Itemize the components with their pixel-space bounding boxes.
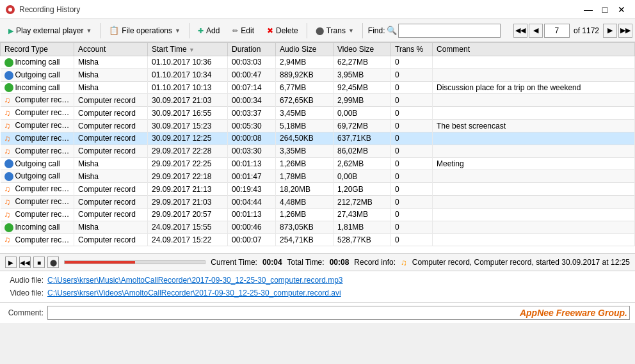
table-row[interactable]: ♫Computer record Computer record 24.09.2… xyxy=(1,233,635,246)
cell-audio-size: 889,92KB xyxy=(276,68,334,81)
play-label: Play external player xyxy=(16,26,83,35)
table-header: Record Type Account Start Time ▼ Duratio… xyxy=(1,43,635,56)
cell-start-time: 30.09.2017 15:23 xyxy=(148,120,228,132)
play-button[interactable]: Play external player ▼ xyxy=(3,22,97,40)
table-row[interactable]: Outgoing call Misha 29.09.2017 22:25 00:… xyxy=(1,157,635,170)
col-comment[interactable]: Comment xyxy=(433,43,635,56)
cell-duration: 00:00:46 xyxy=(228,221,276,233)
file-ops-button[interactable]: 📋 File operations ▼ xyxy=(103,22,186,40)
cell-video-size: 69,72MB xyxy=(334,120,391,132)
table-row[interactable]: ♫Computer record Computer record 30.09.2… xyxy=(1,120,635,132)
total-time-label: Total Time: xyxy=(287,258,325,267)
table-row[interactable]: ♫Computer record Computer record 30.09.2… xyxy=(1,94,635,107)
playback-controls: ▶ ◀◀ ■ ⬤ xyxy=(5,257,59,268)
cell-record-type: ♫Computer record xyxy=(1,196,74,209)
records-table-container[interactable]: Record Type Account Start Time ▼ Duratio… xyxy=(0,42,635,253)
video-file-link[interactable]: C:\Users\krser\Videos\AmoltoCallRecorder… xyxy=(47,289,341,297)
add-icon xyxy=(198,26,204,35)
cell-start-time: 30.09.2017 12:25 xyxy=(148,132,228,145)
table-row[interactable]: Incoming call Misha 01.10.2017 10:13 00:… xyxy=(1,81,635,94)
cell-trans: 0 xyxy=(391,68,433,81)
cell-start-time: 24.09.2017 15:55 xyxy=(148,221,228,233)
page-input[interactable] xyxy=(544,24,570,38)
play-icon xyxy=(8,26,13,35)
cell-record-type: Outgoing call xyxy=(1,170,74,183)
cell-start-time: 30.09.2017 16:55 xyxy=(148,107,228,120)
find-input[interactable] xyxy=(398,24,501,38)
cell-video-size: 637,71KB xyxy=(334,132,391,145)
table-row[interactable]: ♫Computer record Computer record 29.09.2… xyxy=(1,145,635,157)
playback-pause-button[interactable]: ■ xyxy=(33,257,45,268)
cell-start-time: 29.09.2017 21:03 xyxy=(148,196,228,209)
nav-prev-button[interactable]: ◀ xyxy=(529,24,543,38)
playback-record-button[interactable]: ⬤ xyxy=(47,257,59,268)
maximize-button[interactable]: □ xyxy=(597,3,613,16)
table-row[interactable]: ♫Computer record Computer record 30.09.2… xyxy=(1,132,635,145)
col-account[interactable]: Account xyxy=(74,43,148,56)
cell-video-size: 212,72MB xyxy=(334,196,391,209)
cell-start-time: 30.09.2017 21:03 xyxy=(148,94,228,107)
close-button[interactable]: ✕ xyxy=(613,3,630,16)
computer-icon: ♫ xyxy=(4,210,13,219)
cell-record-type: Incoming call xyxy=(1,81,74,94)
title-bar: Recording History — □ ✕ xyxy=(0,0,635,19)
cell-account: Misha xyxy=(74,68,148,81)
nav-last-button[interactable]: ▶▶ xyxy=(618,24,632,38)
col-video-size[interactable]: Video Size xyxy=(334,43,391,56)
edit-button[interactable]: Edit xyxy=(227,22,260,40)
computer-icon: ♫ xyxy=(4,198,13,207)
col-record-type[interactable]: Record Type xyxy=(1,43,74,56)
music-icon: ♫ xyxy=(401,258,407,267)
col-start-time[interactable]: Start Time ▼ xyxy=(148,43,228,56)
minimize-button[interactable]: — xyxy=(580,3,597,16)
col-audio-size[interactable]: Audio Size xyxy=(276,43,334,56)
nav-first-button[interactable]: ◀◀ xyxy=(513,24,527,38)
table-row[interactable]: Incoming call Misha 01.10.2017 10:36 00:… xyxy=(1,56,635,69)
cell-start-time: 24.09.2017 15:22 xyxy=(148,233,228,246)
play-dropdown-arrow: ▼ xyxy=(86,28,92,34)
records-table: Record Type Account Start Time ▼ Duratio… xyxy=(0,42,635,246)
audio-file-link[interactable]: C:\Users\krser\Music\AmoltoCallRecorder\… xyxy=(47,276,343,285)
computer-icon: ♫ xyxy=(4,96,13,105)
table-row[interactable]: ♫Computer record Computer record 29.09.2… xyxy=(1,208,635,221)
cell-duration: 00:05:30 xyxy=(228,120,276,132)
svg-point-1 xyxy=(8,8,12,12)
table-row[interactable]: ♫Computer record Computer record 30.09.2… xyxy=(1,107,635,120)
cell-record-type: ♫Computer record xyxy=(1,94,74,107)
cell-duration: 00:03:37 xyxy=(228,107,276,120)
cell-record-type: ♫Computer record xyxy=(1,233,74,246)
cell-trans: 0 xyxy=(391,157,433,170)
incoming-icon xyxy=(4,223,13,232)
cell-duration: 00:01:13 xyxy=(228,157,276,170)
table-row[interactable]: Outgoing call Misha 01.10.2017 10:34 00:… xyxy=(1,68,635,81)
cell-record-type: Incoming call xyxy=(1,56,74,69)
trans-button[interactable]: ⬤ Trans ▼ xyxy=(310,22,360,40)
col-trans[interactable]: Trans % xyxy=(391,43,433,56)
add-button[interactable]: Add xyxy=(192,22,225,40)
cell-comment: Meeting xyxy=(433,157,635,170)
cell-account: Computer record xyxy=(74,107,148,120)
playback-rewind-button[interactable]: ◀◀ xyxy=(19,257,31,268)
table-body: Incoming call Misha 01.10.2017 10:36 00:… xyxy=(1,56,635,246)
playback-play-button[interactable]: ▶ xyxy=(5,257,17,268)
table-row[interactable]: ♫Computer record Computer record 29.09.2… xyxy=(1,196,635,209)
delete-label: Delete xyxy=(276,26,298,35)
col-duration[interactable]: Duration xyxy=(228,43,276,56)
cell-comment: Discussion place for a trip on the weeke… xyxy=(433,81,635,94)
delete-button[interactable]: Delete xyxy=(261,22,304,40)
progress-bar[interactable] xyxy=(64,260,205,264)
cell-audio-size: 1,26MB xyxy=(276,157,334,170)
record-info-label: Record info: xyxy=(354,258,396,267)
file-ops-icon: 📋 xyxy=(109,26,119,35)
table-row[interactable]: ♫Computer record Computer record 29.09.2… xyxy=(1,183,635,196)
cell-comment xyxy=(433,94,635,107)
table-row[interactable]: Incoming call Misha 24.09.2017 15:55 00:… xyxy=(1,221,635,233)
watermark: AppNee Freeware Group. xyxy=(520,308,627,318)
cell-duration: 00:03:30 xyxy=(228,145,276,157)
current-time-value: 00:04 xyxy=(262,258,282,267)
table-row[interactable]: Outgoing call Misha 29.09.2017 22:18 00:… xyxy=(1,170,635,183)
cell-audio-size: 264,50KB xyxy=(276,132,334,145)
nav-next-button[interactable]: ▶ xyxy=(603,24,617,38)
total-time-value: 00:08 xyxy=(330,258,350,267)
computer-icon: ♫ xyxy=(4,134,13,143)
